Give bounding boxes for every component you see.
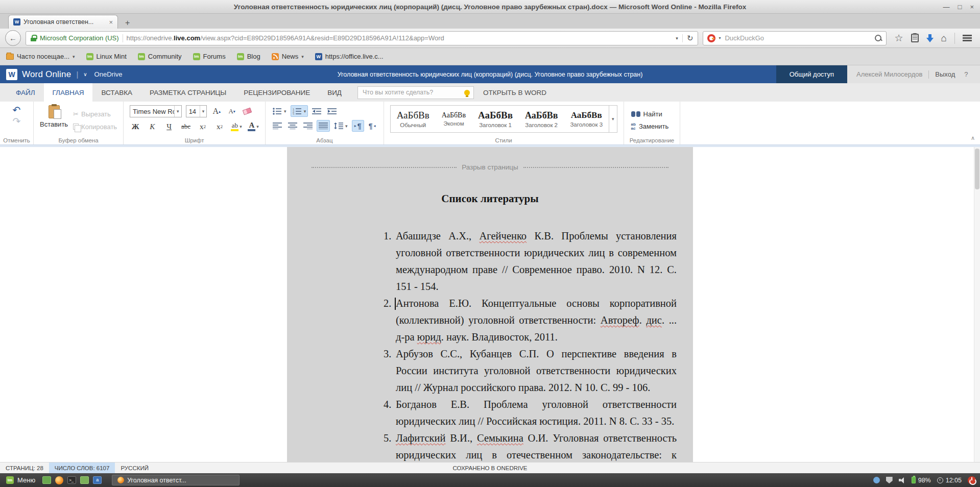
grow-font-button[interactable]: А▴ bbox=[211, 106, 222, 117]
bookmarks-menu-icon[interactable] bbox=[911, 34, 919, 42]
list-item[interactable]: 3. Арбузов С.С., Кубанцев С.П. О перспек… bbox=[396, 346, 677, 396]
url-bar[interactable]: Microsoft Corporation (US) https://onedr… bbox=[26, 31, 698, 45]
paste-button[interactable]: Вставить bbox=[40, 105, 68, 135]
increase-indent-button[interactable] bbox=[325, 105, 339, 117]
bookmark-blog[interactable]: lm Blog bbox=[237, 53, 260, 60]
list-item[interactable]: 1. Абашидзе А.Х., Агейченко К.В. Проблем… bbox=[396, 228, 677, 295]
tab-page-layout[interactable]: РАЗМЕТКА СТРАНИЦЫ bbox=[141, 83, 235, 102]
style-heading2[interactable]: АаБбВв Заголовок 2 bbox=[519, 106, 564, 132]
font-size-select[interactable]: 14 ▾ bbox=[186, 105, 207, 117]
vertical-scrollbar[interactable] bbox=[974, 147, 980, 462]
update-shield-icon[interactable] bbox=[886, 477, 893, 483]
align-right-button[interactable] bbox=[301, 120, 315, 132]
decrease-indent-button[interactable] bbox=[310, 105, 323, 117]
list-item[interactable]: 2. Антонова Е.Ю. Концептуальные основы к… bbox=[396, 295, 677, 346]
scrollbar-thumb[interactable] bbox=[975, 149, 979, 189]
shrink-font-button[interactable]: А▾ bbox=[226, 106, 237, 117]
signout-link[interactable]: Выход bbox=[935, 70, 955, 78]
menu-button[interactable]: lm Меню bbox=[4, 476, 37, 484]
justify-button[interactable] bbox=[317, 120, 330, 132]
bookmark-news[interactable]: News ▾ bbox=[272, 53, 304, 60]
bookmark-star-icon[interactable]: ☆ bbox=[894, 32, 903, 44]
superscript-button[interactable]: x2 bbox=[214, 121, 225, 132]
word-count[interactable]: ЧИСЛО СЛОВ: 6107 bbox=[49, 462, 115, 473]
reload-icon[interactable]: ↻ bbox=[687, 34, 694, 43]
bullet-list-button[interactable]: ▾ bbox=[271, 105, 289, 117]
numbered-list-button[interactable]: 123 ▾ bbox=[291, 105, 308, 117]
taskbar-window-button[interactable]: Уголовная ответст... bbox=[112, 475, 240, 485]
ltr-paragraph-button[interactable]: ▸¶ bbox=[352, 120, 364, 132]
show-desktop-icon[interactable] bbox=[42, 476, 51, 484]
bookmark-linux-mint[interactable]: lm Linux Mint bbox=[86, 53, 127, 60]
tab-insert[interactable]: ВСТАВКА bbox=[92, 83, 141, 102]
share-button[interactable]: Общий доступ bbox=[776, 65, 847, 83]
page-count[interactable]: СТРАНИЦ: 28 bbox=[0, 462, 49, 473]
line-spacing-button[interactable]: ▾ bbox=[332, 120, 350, 132]
tell-me-box[interactable] bbox=[357, 86, 474, 99]
open-in-word-button[interactable]: ОТКРЫТЬ В WORD bbox=[474, 83, 556, 102]
browser-tab[interactable]: W Уголовная ответствен... × bbox=[8, 15, 118, 29]
style-heading1[interactable]: АаБбВв Заголовок 1 bbox=[472, 106, 519, 132]
search-engine-dropdown-icon[interactable]: ▾ bbox=[719, 36, 721, 40]
word-online-logo-icon[interactable]: W bbox=[6, 69, 17, 80]
minimize-icon[interactable]: — bbox=[943, 3, 950, 11]
software-launcher-icon[interactable]: a bbox=[93, 476, 102, 484]
tab-file[interactable]: ФАЙЛ bbox=[7, 83, 44, 102]
font-family-select[interactable]: Times New Roman ▾ bbox=[130, 105, 182, 117]
battery-indicator[interactable]: 98% bbox=[912, 477, 931, 484]
user-name[interactable]: Алексей Милосердов bbox=[856, 70, 922, 78]
styles-more-button[interactable]: ▾ bbox=[609, 106, 617, 132]
url-dropdown-icon[interactable]: ▾ bbox=[676, 36, 678, 41]
redo-icon[interactable]: ↷ bbox=[13, 116, 21, 126]
clock[interactable]: 12:05 bbox=[937, 477, 962, 484]
subscript-button[interactable]: x2 bbox=[197, 121, 208, 132]
app-switcher-chevron-icon[interactable]: ∨ bbox=[83, 71, 87, 77]
bookmark-forums[interactable]: lm Forums bbox=[193, 53, 226, 60]
collapse-ribbon-icon[interactable]: ∧ bbox=[971, 135, 975, 141]
tell-me-input[interactable] bbox=[362, 88, 453, 96]
underline-button[interactable]: Ч bbox=[163, 121, 175, 132]
undo-icon[interactable]: ↶ bbox=[13, 105, 21, 115]
close-icon[interactable]: × bbox=[970, 3, 974, 11]
hamburger-menu-icon[interactable] bbox=[963, 35, 972, 41]
search-input[interactable] bbox=[724, 34, 872, 42]
document-heading[interactable]: Список литературы bbox=[305, 192, 675, 205]
font-color-button[interactable]: А ▾ bbox=[248, 121, 259, 132]
tab-close-icon[interactable]: × bbox=[109, 18, 113, 26]
maximize-icon[interactable]: □ bbox=[958, 3, 962, 11]
user-tray-icon[interactable] bbox=[873, 477, 880, 483]
firefox-launcher-icon[interactable] bbox=[55, 476, 63, 484]
volume-icon[interactable] bbox=[899, 477, 905, 483]
highlight-color-button[interactable]: ab ▾ bbox=[231, 121, 242, 132]
italic-button[interactable]: К bbox=[147, 121, 158, 132]
search-icon[interactable] bbox=[875, 35, 882, 42]
align-center-button[interactable] bbox=[286, 120, 299, 132]
search-bar[interactable]: ▾ bbox=[703, 31, 887, 45]
list-item[interactable]: 5. Лафитский В.И., Семыкина О.И. Уголовн… bbox=[396, 430, 677, 462]
tab-review[interactable]: РЕЦЕНЗИРОВАНИЕ bbox=[235, 83, 319, 102]
tab-home[interactable]: ГЛАВНАЯ bbox=[44, 83, 93, 102]
strikethrough-button[interactable]: abc bbox=[180, 121, 192, 132]
bold-button[interactable]: Ж bbox=[130, 121, 141, 132]
home-icon[interactable]: ⌂ bbox=[941, 33, 947, 44]
files-launcher-icon[interactable] bbox=[80, 476, 89, 484]
power-icon[interactable] bbox=[968, 476, 976, 484]
help-icon[interactable]: ? bbox=[964, 70, 968, 78]
clear-formatting-button[interactable] bbox=[242, 106, 253, 117]
language-indicator[interactable]: РУССКИЙ bbox=[115, 462, 154, 473]
style-no-spacing[interactable]: АаБбВв Эконом bbox=[436, 106, 472, 132]
downloads-icon[interactable] bbox=[926, 34, 934, 42]
align-left-button[interactable] bbox=[271, 120, 284, 132]
terminal-launcher-icon[interactable]: >_ bbox=[67, 476, 76, 484]
bookmark-office-live[interactable]: W https://office.live.c... bbox=[315, 53, 384, 60]
rtl-paragraph-button[interactable]: ¶◂ bbox=[366, 120, 378, 132]
bookmark-folder-frequent[interactable]: Часто посещае... ▾ bbox=[6, 53, 75, 60]
find-button[interactable]: Найти bbox=[631, 110, 669, 118]
bookmark-community[interactable]: lm Community bbox=[138, 53, 182, 60]
back-button[interactable]: ← bbox=[5, 30, 21, 46]
replace-button[interactable]: abac Заменить bbox=[631, 123, 669, 131]
copy-button[interactable]: Копировать bbox=[73, 123, 117, 131]
style-normal[interactable]: АаБбВв Обычный bbox=[391, 106, 436, 132]
style-heading3[interactable]: АаБбВв Заголовок 3 bbox=[564, 106, 609, 132]
onedrive-link[interactable]: OneDrive bbox=[94, 70, 123, 78]
